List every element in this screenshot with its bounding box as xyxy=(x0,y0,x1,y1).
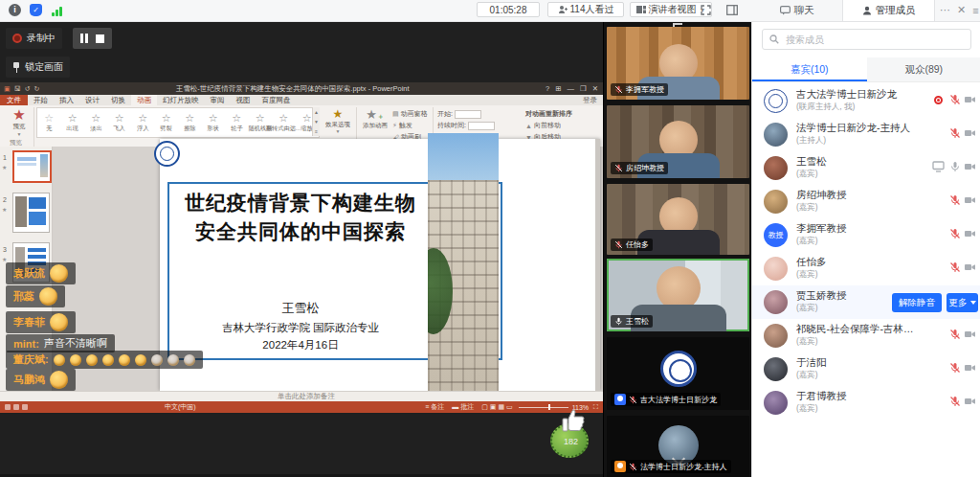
ribbon-tab-design[interactable]: 设计 xyxy=(79,96,105,105)
pause-recording-button[interactable] xyxy=(80,34,88,43)
member-row[interactable]: 于君博教授 (嘉宾) xyxy=(752,386,980,420)
ribbon-tab-slideshow[interactable]: 幻灯片放映 xyxy=(157,96,205,105)
shield-icon[interactable]: ✓ xyxy=(29,3,43,17)
mic-on-icon[interactable] xyxy=(949,161,961,172)
view-buttons[interactable]: ▢▣▦▭ xyxy=(481,403,514,411)
viewer-count-button[interactable]: 114人看过 xyxy=(547,2,624,17)
member-row[interactable]: 教授 李拥军教授 (嘉宾) xyxy=(752,218,980,252)
camera-on-icon[interactable] xyxy=(964,161,976,172)
thumbs-up-sticker[interactable] xyxy=(561,407,586,434)
layout-toggle-icon[interactable] xyxy=(724,3,739,17)
animation-flyin[interactable]: ☆飞入 xyxy=(108,108,132,137)
member-row-hovered[interactable]: 贾玉娇教授 (嘉宾) 解除静音 更多 xyxy=(752,285,980,319)
network-signal-icon[interactable] xyxy=(50,3,64,17)
gallery-scroll-buttons[interactable]: ▲▼≡ xyxy=(312,107,320,136)
tab-chat[interactable]: 聊天 xyxy=(751,0,842,21)
screen-share-icon[interactable] xyxy=(932,161,945,172)
close-panel-icon[interactable]: ✕ xyxy=(954,3,969,17)
tab-manage-members[interactable]: 管理成员 xyxy=(842,0,935,21)
animation-split[interactable]: ☆劈裂 xyxy=(155,108,179,137)
mic-muted-icon[interactable] xyxy=(949,362,961,374)
video-tile-active-speaker[interactable]: 王雪松 xyxy=(607,259,749,331)
camera-off-icon[interactable] xyxy=(964,329,976,340)
video-tile[interactable]: 吉大法学博士日新沙龙 xyxy=(607,337,749,410)
mic-muted-icon[interactable] xyxy=(949,396,961,407)
member-search-input[interactable] xyxy=(784,34,964,46)
notes-toggle[interactable]: ≡ 备注 xyxy=(425,402,444,412)
office-login[interactable]: 登录 xyxy=(583,96,603,105)
menu-icon[interactable]: ≡ xyxy=(969,3,980,17)
meeting-app-window: i ✓ 01:05:28 114人看过 演讲者视图 ▼ 聊天 管理成员 ⋯ xyxy=(0,0,980,477)
member-row[interactable]: 任怡多 (嘉宾) xyxy=(752,252,980,285)
slide-thumbnail-2[interactable] xyxy=(12,193,50,233)
comments-toggle[interactable]: ▬ 批注 xyxy=(452,402,474,412)
fit-slide-icon[interactable]: ⛶ xyxy=(593,403,598,411)
info-icon[interactable]: i xyxy=(8,3,22,17)
handshake-emoji xyxy=(39,287,57,306)
animation-shape[interactable]: ☆形状 xyxy=(202,108,226,137)
animation-floatin[interactable]: ☆浮入 xyxy=(131,108,155,137)
quick-access-toolbar[interactable]: ▣🖫↺↻ xyxy=(0,85,39,93)
animation-wheel[interactable]: ☆轮子 xyxy=(225,108,249,137)
ribbon-tab-animations[interactable]: 动画 xyxy=(131,95,157,105)
move-earlier-button[interactable]: ▲向前移动 xyxy=(525,121,572,130)
ribbon-tab-transitions[interactable]: 切换 xyxy=(105,96,131,105)
pin-view-button[interactable]: 锁定画面 xyxy=(6,57,70,78)
mic-muted-icon[interactable] xyxy=(949,329,961,340)
member-row[interactable]: 于洁阳 (嘉宾) xyxy=(752,352,980,386)
mic-muted-icon[interactable] xyxy=(949,228,961,239)
mic-muted-icon[interactable] xyxy=(949,127,961,139)
slide-scrollbar[interactable] xyxy=(595,139,600,391)
camera-off-icon[interactable] xyxy=(964,228,976,239)
animation-fade[interactable]: ☆淡出 xyxy=(84,108,108,137)
animation-none[interactable]: ☆无 xyxy=(37,108,61,137)
notes-pane[interactable]: 单击此处添加备注 xyxy=(0,391,603,401)
slide-thumbnail-1[interactable] xyxy=(12,150,52,183)
window-buttons[interactable]: ?⊞—❐✕ xyxy=(546,84,603,93)
language-indicator[interactable]: 中文(中国) xyxy=(165,402,196,412)
add-animation-button[interactable]: ★＋ 添加动画 xyxy=(361,107,390,130)
ribbon-tab-baidu[interactable]: 百度网盘 xyxy=(256,96,297,105)
slide-canvas[interactable]: 世纪疫情背景下构建生物 安全共同体的中国探索 王雪松 吉林大学行政学院 国际政治… xyxy=(160,139,600,391)
member-row[interactable]: 祁晓民-社会保障学-吉林大学 (嘉宾) xyxy=(752,319,980,352)
mic-muted-icon[interactable] xyxy=(949,261,961,273)
member-search[interactable] xyxy=(762,29,971,50)
ribbon-tab-insert[interactable]: 插入 xyxy=(54,96,79,105)
tab-audience[interactable]: 观众(89) xyxy=(867,57,980,81)
ribbon-tab-home[interactable]: 开始 xyxy=(28,96,54,105)
video-tile[interactable]: 法学博士日新沙龙-主持人 xyxy=(607,416,749,477)
animation-appear[interactable]: ☆出现 xyxy=(61,108,85,137)
ribbon-tab-file[interactable]: 文件 xyxy=(0,95,28,105)
effect-options-button[interactable]: ★ 效果选项 ▼ xyxy=(323,107,352,134)
more-button[interactable]: 更多 xyxy=(947,293,978,312)
video-tile[interactable]: 任怡多 xyxy=(607,184,749,255)
animation-pane-button[interactable]: ▤动画窗格 xyxy=(392,109,428,119)
tab-guests[interactable]: 嘉宾(10) xyxy=(752,57,867,81)
preview-button[interactable]: ★ 预览 ▼ xyxy=(6,107,33,137)
fullscreen-icon[interactable] xyxy=(699,3,713,17)
camera-off-icon[interactable] xyxy=(964,396,976,407)
member-row[interactable]: 王雪松 (嘉宾) xyxy=(752,151,980,185)
camera-off-icon[interactable] xyxy=(964,261,976,273)
stop-recording-button[interactable] xyxy=(96,34,104,43)
mic-muted-icon[interactable] xyxy=(949,94,961,105)
camera-off-icon[interactable] xyxy=(964,362,976,374)
unmute-button[interactable]: 解除静音 xyxy=(892,293,942,312)
video-tile[interactable]: 李拥军教授 xyxy=(607,27,749,100)
video-tile[interactable]: 房绍坤教授 xyxy=(607,105,749,178)
member-row[interactable]: 法学博士日新沙龙-主持人 (主持人) xyxy=(752,118,980,151)
member-row[interactable]: 吉大法学博士日新沙龙 (联席主持人, 我) xyxy=(752,84,980,118)
trigger-button[interactable]: ⚡触发 xyxy=(392,121,428,130)
camera-off-icon[interactable] xyxy=(964,94,976,105)
member-row[interactable]: 房绍坤教授 (嘉宾) xyxy=(752,185,980,218)
ribbon-tab-review[interactable]: 审阅 xyxy=(205,96,231,105)
camera-off-icon[interactable] xyxy=(964,127,976,139)
duration-input[interactable] xyxy=(468,122,495,130)
start-input[interactable] xyxy=(455,110,481,119)
ribbon-tab-view[interactable]: 视图 xyxy=(231,96,256,105)
camera-off-icon[interactable] xyxy=(964,194,976,206)
animation-growturn[interactable]: ☆翻转式由远... xyxy=(272,108,296,137)
animation-wipe[interactable]: ☆擦除 xyxy=(178,108,202,137)
mic-muted-icon[interactable] xyxy=(949,194,961,206)
more-options-icon[interactable]: ⋯ xyxy=(938,3,952,17)
